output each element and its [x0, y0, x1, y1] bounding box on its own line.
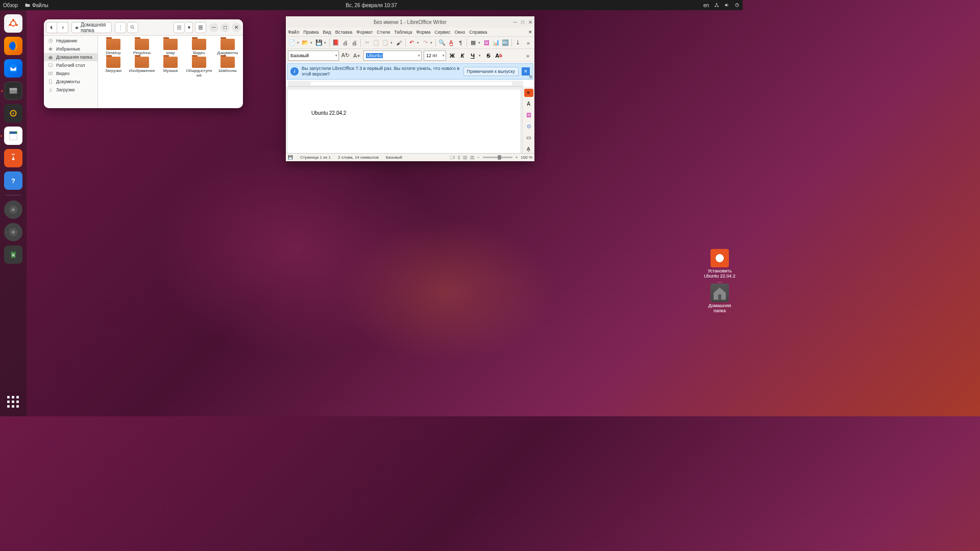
sidebar-styles[interactable]: A: [524, 100, 533, 108]
menu-help[interactable]: Справка: [469, 30, 487, 35]
dock-help[interactable]: ?: [4, 171, 22, 190]
paragraph-style-combo[interactable]: Базовый▾: [288, 51, 339, 61]
view-list-button[interactable]: [174, 22, 185, 33]
view-book[interactable]: ▯▯: [470, 155, 474, 160]
sidebar-item-desktop[interactable]: Рабочий стол: [44, 61, 97, 69]
menu-form[interactable]: Форма: [416, 30, 431, 35]
volume-icon[interactable]: [724, 3, 729, 8]
dock-libreoffice-writer[interactable]: [4, 127, 22, 145]
superscript-button[interactable]: Ab: [495, 51, 503, 60]
image-button[interactable]: 🖼: [483, 38, 491, 47]
dock-disk-1[interactable]: [4, 201, 22, 219]
folder-item[interactable]: Pingvinus: [128, 39, 156, 56]
status-page[interactable]: Страница 1 из 1: [300, 155, 331, 160]
menu-button[interactable]: ⋮: [115, 22, 126, 33]
sidebar-item-videos[interactable]: Видео: [44, 69, 97, 78]
new-doc-button[interactable]: 📄: [288, 38, 296, 47]
document-area[interactable]: Ubuntu 22.04.2: [286, 87, 522, 153]
dock-files[interactable]: [4, 82, 22, 100]
zoom-in[interactable]: +: [516, 155, 518, 160]
spellcheck-button[interactable]: A̲: [447, 38, 455, 47]
power-icon[interactable]: [734, 3, 740, 8]
dock-disk-2[interactable]: [4, 223, 22, 241]
sidebar-item-downloads[interactable]: Загрузки: [44, 86, 97, 94]
font-name-combo[interactable]: Ubuntu▾: [363, 51, 422, 61]
italic-button[interactable]: К: [458, 51, 467, 60]
status-save-icon[interactable]: 💾: [288, 155, 293, 160]
folder-item[interactable]: Документы: [213, 39, 242, 56]
font-size-combo[interactable]: 12 пт▾: [424, 51, 446, 61]
folder-item[interactable]: Музыка: [156, 57, 185, 78]
path-bar[interactable]: Домашняя папка: [71, 22, 112, 33]
dock-thunderbird[interactable]: [4, 59, 22, 78]
maximize-button[interactable]: □: [220, 23, 230, 32]
clock[interactable]: Вс, 26 февраля 10:37: [346, 3, 397, 8]
update-style-button[interactable]: A↻: [341, 51, 350, 60]
undo-button[interactable]: ↶: [408, 38, 416, 47]
horizontal-ruler[interactable]: [288, 81, 523, 87]
zoom-slider[interactable]: [483, 157, 512, 158]
table-button[interactable]: ▦: [469, 38, 477, 47]
underline-button[interactable]: Ч: [469, 51, 477, 60]
release-notes-button[interactable]: Примечания к выпуску: [463, 67, 519, 76]
paste-button[interactable]: 📋: [381, 38, 389, 47]
page[interactable]: Ubuntu 22.04.2: [288, 90, 520, 153]
folder-item[interactable]: Загрузки: [99, 57, 128, 78]
menu-edit[interactable]: Правка: [303, 30, 318, 35]
folder-item[interactable]: Шаблоны: [213, 57, 242, 78]
forward-button[interactable]: [57, 22, 68, 33]
cut-button[interactable]: ✂: [363, 38, 371, 47]
dock-ubuntu-software[interactable]: [4, 149, 22, 167]
network-icon[interactable]: [714, 3, 719, 8]
redo-button[interactable]: ↷: [421, 38, 429, 47]
minimize-button[interactable]: ─: [513, 19, 517, 25]
export-pdf-button[interactable]: 📕: [332, 38, 340, 47]
menu-file[interactable]: Файл: [288, 30, 299, 35]
view-multi-page[interactable]: ▯▯: [463, 155, 467, 160]
sidebar-toggle[interactable]: ≡: [529, 73, 532, 80]
menu-tools[interactable]: Сервис: [435, 30, 451, 35]
activities-button[interactable]: Обзор: [3, 3, 18, 8]
strikethrough-button[interactable]: S: [484, 51, 493, 60]
copy-button[interactable]: 📋: [372, 38, 380, 47]
folder-item[interactable]: Изображения: [128, 57, 156, 78]
folder-item[interactable]: snap: [156, 39, 185, 56]
folder-item[interactable]: Desktop: [99, 39, 128, 56]
sidebar-item-recent[interactable]: Недавние: [44, 37, 97, 45]
dock-firefox[interactable]: [4, 37, 22, 55]
zoom-out[interactable]: −: [477, 155, 480, 160]
back-button[interactable]: [46, 22, 57, 33]
bold-button[interactable]: Ж: [448, 51, 456, 60]
sidebar-item-home[interactable]: Домашняя папка: [44, 53, 97, 61]
desktop-icon-install[interactable]: Установить Ubuntu 22.04.2 …: [702, 249, 738, 284]
print-preview-button[interactable]: 🖨: [350, 38, 358, 47]
view-dropdown[interactable]: ▾: [186, 22, 193, 33]
new-style-button[interactable]: A+: [352, 51, 361, 60]
find-button[interactable]: 🔍: [438, 38, 446, 47]
minimize-button[interactable]: ─: [209, 23, 218, 32]
menu-window[interactable]: Окно: [454, 30, 465, 35]
folder-item[interactable]: Видео: [185, 39, 213, 56]
clone-format-button[interactable]: 🖌: [395, 38, 403, 47]
status-words[interactable]: 2 слова, 14 символов: [338, 155, 379, 160]
files-content[interactable]: DesktopPingvinussnapВидеоДокументыЗагруз…: [98, 36, 243, 108]
app-menu[interactable]: Файлы: [25, 3, 48, 8]
save-button[interactable]: 💾: [315, 38, 323, 47]
dock-ubuntu-installer[interactable]: [4, 14, 22, 33]
sidebar-item-documents[interactable]: Документы: [44, 78, 97, 86]
document-close-button[interactable]: ✕: [528, 30, 532, 35]
view-single-page[interactable]: ▯: [458, 155, 460, 160]
status-insert-mode[interactable]: ⬚I: [450, 155, 455, 160]
toolbar-overflow[interactable]: »: [523, 51, 532, 60]
menu-table[interactable]: Таблица: [394, 30, 412, 35]
input-language[interactable]: en: [703, 3, 709, 8]
zoom-percent[interactable]: 100 %: [521, 155, 532, 160]
sidebar-page[interactable]: ▭: [524, 134, 533, 142]
menu-format[interactable]: Формат: [356, 30, 373, 35]
dock-rhythmbox[interactable]: [4, 104, 22, 122]
chart-button[interactable]: 📊: [492, 38, 500, 47]
formatting-marks-button[interactable]: ¶: [456, 38, 464, 47]
sidebar-inspector[interactable]: A͇: [524, 145, 533, 153]
sidebar-gallery[interactable]: 🖼: [524, 111, 533, 119]
status-style[interactable]: Базовый: [386, 155, 402, 160]
